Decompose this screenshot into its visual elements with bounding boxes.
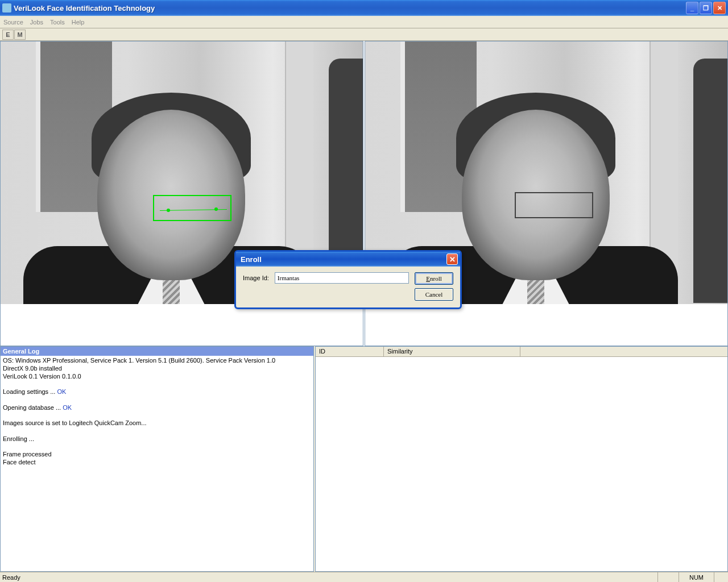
results-col-spacer xyxy=(520,347,727,356)
close-button[interactable]: ✕ xyxy=(713,2,726,14)
window-controls: _ ❐ ✕ xyxy=(686,2,726,14)
log-line: Frame processed xyxy=(3,451,311,459)
log-line: VeriLook 0.1 Version 0.1.0.0 xyxy=(3,373,311,381)
face-detection-box-left xyxy=(153,195,231,221)
dialog-body: Image Id: Enroll Cancel xyxy=(236,267,460,307)
status-ready: Ready xyxy=(2,574,657,581)
status-num: NUM xyxy=(679,572,714,582)
cancel-button[interactable]: Cancel xyxy=(415,288,453,301)
log-line: Opening database ... OK xyxy=(3,404,311,412)
menu-help[interactable]: Help xyxy=(72,19,85,26)
results-header: ID Similarity xyxy=(316,347,727,357)
log-line xyxy=(3,411,311,419)
statusbar: Ready NUM xyxy=(0,572,728,582)
log-pane: General Log OS: Windows XP Professional,… xyxy=(0,346,314,572)
menu-jobs[interactable]: Jobs xyxy=(30,19,43,26)
results-col-similarity[interactable]: Similarity xyxy=(384,347,520,356)
menu-tools[interactable]: Tools xyxy=(50,19,65,26)
dialog-title: Enroll xyxy=(241,255,446,264)
toolbar: E M xyxy=(0,28,728,41)
menu-source[interactable]: Source xyxy=(3,19,23,26)
dialog-close-button[interactable]: ✕ xyxy=(446,253,458,265)
results-pane: ID Similarity xyxy=(315,346,728,572)
log-body[interactable]: OS: Windows XP Professional, Service Pac… xyxy=(1,356,313,571)
bottom-area: General Log OS: Windows XP Professional,… xyxy=(0,346,728,572)
enroll-dialog: Enroll ✕ Image Id: Enroll Cancel xyxy=(234,250,462,309)
log-line xyxy=(3,427,311,435)
image-id-label: Image Id: xyxy=(243,272,269,281)
log-line: DirectX 9.0b installed xyxy=(3,365,311,373)
image-id-input[interactable] xyxy=(275,272,409,284)
log-line: OS: Windows XP Professional, Service Pac… xyxy=(3,357,311,365)
log-header: General Log xyxy=(1,347,313,356)
status-cell-3 xyxy=(714,572,726,582)
dialog-titlebar[interactable]: Enroll ✕ xyxy=(236,252,460,267)
results-col-id[interactable]: ID xyxy=(316,347,384,356)
menubar: Source Jobs Tools Help xyxy=(0,16,728,28)
maximize-button[interactable]: ❐ xyxy=(700,2,712,14)
log-line xyxy=(3,380,311,388)
toolbar-enroll-button[interactable]: E xyxy=(2,30,14,40)
toolbar-match-button[interactable]: M xyxy=(14,30,26,40)
log-line: Loading settings ... OK xyxy=(3,388,311,396)
minimize-button[interactable]: _ xyxy=(686,2,698,14)
dialog-buttons: Enroll Cancel xyxy=(415,272,453,301)
log-line: Face detect xyxy=(3,459,311,467)
log-line xyxy=(3,443,311,451)
log-line: Enrolling ... xyxy=(3,435,311,443)
titlebar: VeriLook Face Identification Technology … xyxy=(0,0,728,16)
face-detection-box-right xyxy=(515,192,593,218)
app-icon xyxy=(2,3,11,13)
enroll-button[interactable]: Enroll xyxy=(415,272,453,285)
log-line xyxy=(3,396,311,404)
window-title: VeriLook Face Identification Technology xyxy=(14,4,686,13)
status-cell-1 xyxy=(657,572,679,582)
log-line: Images source is set to Logitech QuickCa… xyxy=(3,419,311,427)
